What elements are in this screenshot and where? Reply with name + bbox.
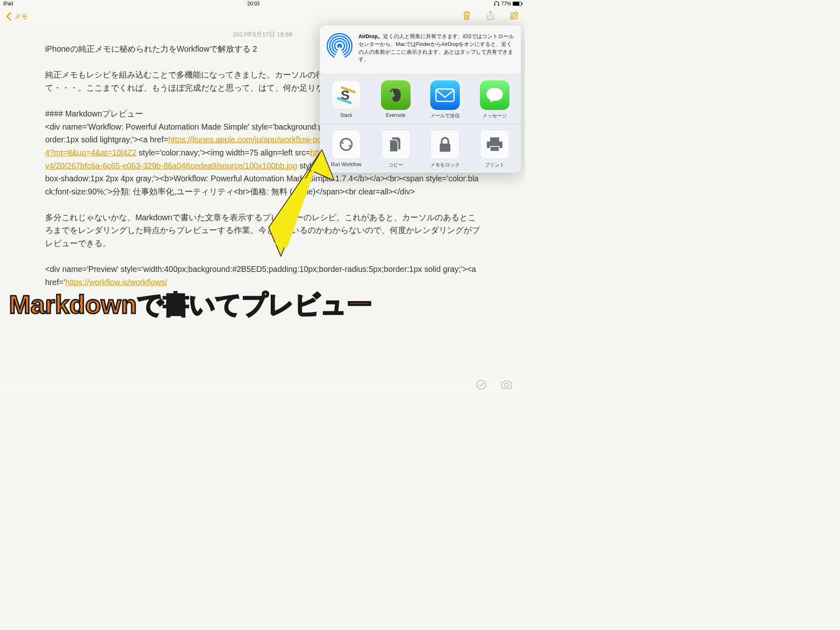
mail-icon (435, 88, 455, 102)
camera-icon (500, 380, 513, 390)
link-workflow[interactable]: https://workflow.is/workflows/ (65, 278, 167, 287)
checklist-button[interactable] (476, 379, 486, 392)
svg-point-17 (504, 383, 509, 387)
annotation-text: Markdownで書いてプレビュー (9, 287, 372, 322)
copy-icon (388, 136, 404, 153)
trash-button[interactable] (462, 10, 472, 23)
share-app-mail[interactable]: メールで送信 (423, 80, 468, 119)
svg-rect-13 (490, 137, 499, 142)
nav-bar: メモ (0, 7, 525, 25)
battery-icon (513, 2, 522, 6)
note-code-block-2: <div name='Preview' style='width:400px;b… (45, 263, 480, 289)
slack-icon: S (337, 86, 356, 105)
camera-button[interactable] (500, 380, 513, 391)
evernote-icon (387, 86, 405, 104)
share-action-copy[interactable]: コピー (374, 130, 418, 169)
svg-rect-15 (490, 146, 499, 151)
share-action-row: Run Workflow コピー メモをロック プリント (320, 124, 521, 173)
clock: 20:03 (247, 1, 260, 7)
lock-icon (438, 136, 452, 153)
share-app-row: S Slack Evernote メールで送信 メッセージ (320, 75, 521, 124)
airdrop-section[interactable]: AirDrop。近くの人と簡単に共有できます。iOSではコントロールセンターから… (320, 25, 521, 75)
messages-icon (485, 86, 504, 104)
trash-icon (462, 10, 472, 21)
share-app-messages[interactable]: メッセージ (472, 80, 517, 119)
device-label: iPad (3, 1, 13, 7)
print-icon (486, 137, 503, 152)
status-right: 77% (494, 1, 522, 7)
compose-button[interactable] (509, 10, 519, 23)
airdrop-icon (326, 33, 353, 59)
battery-pct: 77% (501, 1, 511, 7)
share-button[interactable] (486, 10, 495, 23)
back-label: メモ (14, 12, 28, 21)
back-button[interactable]: メモ (6, 12, 28, 21)
compose-icon (509, 10, 519, 21)
svg-rect-12 (440, 144, 450, 152)
bottom-toolbar (0, 377, 525, 394)
share-app-slack[interactable]: S Slack (324, 80, 369, 119)
status-bar: iPad 20:03 77% (0, 0, 525, 7)
share-app-evernote[interactable]: Evernote (374, 80, 418, 119)
airdrop-text: AirDrop。近くの人と簡単に共有できます。iOSではコントロールセンターから… (358, 33, 514, 64)
share-sheet: AirDrop。近くの人と簡単に共有できます。iOSではコントロールセンターから… (320, 25, 521, 173)
annotation-arrow (260, 142, 342, 265)
share-icon (486, 10, 495, 21)
checklist-icon (476, 379, 486, 390)
svg-rect-0 (494, 4, 495, 6)
svg-rect-1 (498, 4, 499, 6)
headphones-icon (494, 1, 500, 6)
svg-rect-10 (436, 89, 454, 101)
share-action-lock[interactable]: メモをロック (423, 130, 468, 169)
share-action-print[interactable]: プリント (472, 130, 517, 169)
chevron-left-icon (6, 12, 11, 21)
